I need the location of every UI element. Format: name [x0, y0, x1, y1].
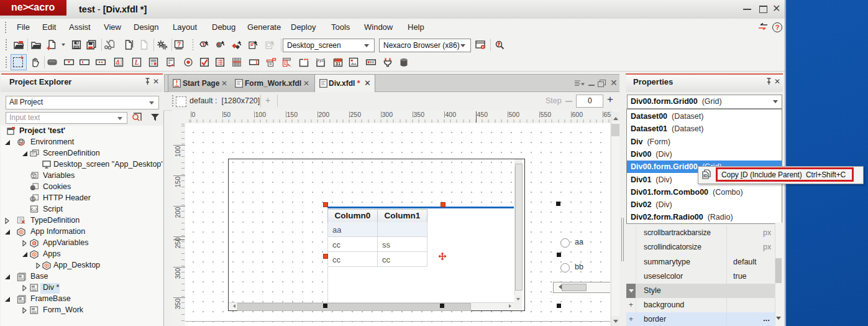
svg-text:L: L	[134, 58, 139, 66]
svg-text:31: 31	[336, 61, 340, 67]
svg-text:h: h	[33, 208, 35, 212]
svg-text:ID: ID	[703, 174, 708, 178]
svg-text:xyz: xyz	[318, 58, 324, 63]
svg-text:!: !	[176, 80, 178, 86]
svg-text:?: ?	[177, 41, 181, 48]
